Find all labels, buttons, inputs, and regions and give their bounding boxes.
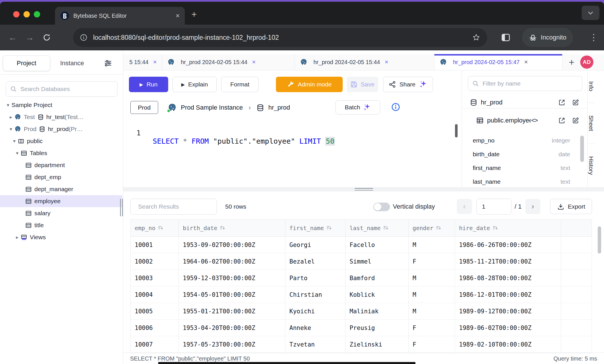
column-header-last_name[interactable]: last_name [345,219,408,237]
admin-mode-button[interactable]: Admin mode [276,77,343,92]
site-info-icon[interactable] [80,34,87,41]
editor-tab-2[interactable]: hr_prod 2024-02-05 15:44× [162,54,295,70]
avatar[interactable]: AD [580,56,593,69]
view-code-icon[interactable]: <> [531,117,538,124]
close-icon[interactable]: × [252,58,256,66]
tree-item-hr-prod[interactable]: ▾Prodhr_prod (Pr… [0,123,122,135]
column-row-first_name[interactable]: first_nametext [462,161,587,175]
schema-table-row[interactable]: public.employee <> [462,113,587,128]
editor-scrollbar[interactable] [455,124,458,137]
tree-item-dept-emp[interactable]: dept_emp [0,171,122,183]
toggle-knob [374,203,381,211]
editor-tab-3[interactable]: hr_prod 2024-02-05 15:44× [295,54,434,70]
tree-item-tables[interactable]: ▾Tables [0,147,122,159]
window-zoom-button[interactable] [34,11,40,17]
drag-handle-icon[interactable] [355,188,373,191]
tree-item-views[interactable]: ▸Views [0,231,122,243]
code-editor[interactable]: 1 SELECT * FROM "public"."employee" LIMI… [123,120,462,154]
caret-right-icon[interactable]: ▸ [14,234,21,240]
tab-instance[interactable]: Instance [56,56,88,71]
column-type: integer [552,137,570,144]
split-divider[interactable] [123,187,604,191]
bookmark-star-icon[interactable] [472,33,480,41]
edit-icon[interactable] [572,99,579,106]
filter-by-name-input[interactable] [483,80,578,87]
schema-filter[interactable] [468,76,582,91]
filter-settings-icon[interactable] [104,59,112,68]
tab-history[interactable]: History [588,144,595,187]
share-button[interactable]: Share [383,77,433,92]
table-cell: 1959-12-03T00:00:00Z [179,270,285,286]
new-sheet-button[interactable]: + [569,57,574,67]
next-page-button[interactable]: › [525,199,540,214]
schema-scrollbar[interactable] [580,136,584,162]
caret-down-icon[interactable]: ▾ [5,102,11,108]
tree-item-public[interactable]: ▾public [0,135,122,147]
tab-info[interactable]: Info [588,70,595,103]
side-panel-icon[interactable] [501,33,511,42]
table-cell: 10004 [131,286,179,303]
explain-button[interactable]: ▶Explain [172,77,217,92]
run-button[interactable]: ▶Run [129,77,168,92]
tree-item-title[interactable]: title [0,219,122,231]
column-row-birth_date[interactable]: birth_datedate [462,147,587,161]
results-search[interactable] [130,199,217,215]
column-header-gender[interactable]: gender [408,219,455,237]
window-minimize-button[interactable] [23,11,30,17]
tab-search-button[interactable] [582,6,599,20]
column-header-birth_date[interactable]: birth_date [179,219,285,237]
browser-menu-button[interactable]: ⋮ [588,29,599,46]
external-link-icon[interactable] [558,99,566,106]
tab-sheet[interactable]: Sheet [588,103,595,144]
save-button[interactable]: Save [347,77,378,92]
vertical-display-toggle[interactable] [373,203,390,211]
close-icon[interactable]: × [524,58,528,66]
format-label: Format [230,81,250,88]
editor-tab-4[interactable]: hr_prod 2024-02-05 15:47× [434,54,562,70]
window-close-button[interactable] [13,11,19,17]
close-icon[interactable]: × [385,58,388,66]
external-link-icon[interactable] [558,117,566,124]
column-row-emp_no[interactable]: emp_nointeger [462,134,587,147]
table-icon [25,162,32,169]
caret-right-icon[interactable]: ▸ [7,114,14,120]
close-icon[interactable]: × [153,58,157,66]
results-table: emp_nobirth_datefirst_namelast_namegende… [130,219,592,353]
search-databases-input[interactable] [20,86,113,92]
back-button[interactable]: ← [4,33,21,42]
tree-item-employee[interactable]: employee [0,195,122,207]
tab-project[interactable]: Project [3,56,50,71]
url-bar[interactable]: localhost:8080/sql-editor/prod-sample-in… [73,28,487,47]
tree-item-sample-project[interactable]: ▾Sample Project [0,99,122,111]
browser-tab[interactable]: Bytebase SQL Editor × [55,7,185,25]
new-tab-button[interactable]: + [191,10,197,19]
export-button[interactable]: Export [550,199,592,214]
caret-down-icon[interactable]: ▾ [11,138,18,144]
tree-item-dept-manager[interactable]: dept_manager [0,183,122,195]
database-search[interactable] [6,81,117,97]
forward-button[interactable]: → [21,33,38,42]
tree-item-hr-test[interactable]: ▸Testhr_test (Test… [0,111,122,123]
results-scrollbar[interactable] [598,226,601,254]
editor-tab-1[interactable]: 5 15:44× [123,54,162,70]
edit-icon[interactable] [572,117,579,124]
column-row-last_name[interactable]: last_nametext [462,175,587,187]
table-cell [561,253,592,270]
column-header-first_name[interactable]: first_name [285,219,345,237]
caret-down-icon[interactable]: ▾ [7,126,14,132]
reload-button[interactable] [42,33,51,42]
schema-database-row[interactable]: hr_prod [462,95,587,110]
tree-item-salary[interactable]: salary [0,207,122,219]
batch-button[interactable]: Batch [336,100,380,114]
info-icon[interactable] [391,102,400,112]
ai-sparkle-icon[interactable] [419,80,427,89]
tree-item-department[interactable]: department [0,159,122,171]
prev-page-button[interactable]: ‹ [457,199,472,214]
format-button[interactable]: Format [221,77,258,92]
search-results-input[interactable] [138,203,216,210]
page-number-input[interactable] [476,199,511,215]
caret-down-icon[interactable]: ▾ [14,150,21,156]
close-icon[interactable]: × [176,12,180,20]
column-header-hire_date[interactable]: hire_date [455,219,561,237]
column-header-emp_no[interactable]: emp_no [131,219,179,237]
